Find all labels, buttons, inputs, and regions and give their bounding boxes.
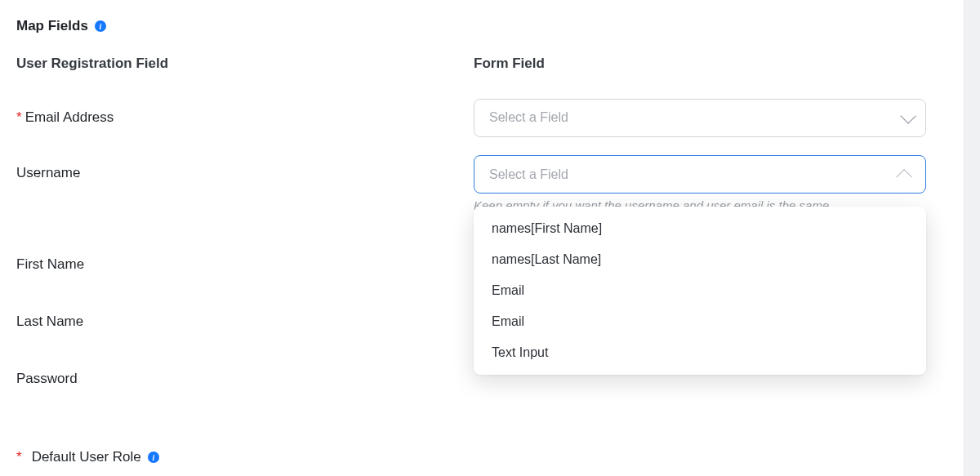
role-section: * Default User Role i Editor Vendor Auth… [16, 449, 947, 476]
required-star: * [16, 449, 22, 465]
dropdown-option[interactable]: Text Input [474, 337, 926, 368]
role-title-text: Default User Role [32, 449, 141, 465]
info-icon[interactable]: i [148, 452, 159, 463]
columns-header: User Registration Field Form Field [16, 56, 947, 72]
column-header-left: User Registration Field [16, 56, 474, 72]
field-label-password: Password [16, 371, 78, 386]
select-placeholder: Select a Field [489, 167, 568, 182]
required-star: * [16, 109, 22, 125]
field-label-username: Username [16, 165, 80, 180]
field-label-email: Email Address [25, 109, 114, 125]
chevron-up-icon [896, 168, 912, 185]
select-email[interactable]: Select a Field [474, 99, 926, 137]
section-title: Map Fields i [16, 18, 947, 34]
field-label-lastname: Last Name [16, 314, 83, 329]
dropdown-option[interactable]: Email [474, 275, 926, 306]
dropdown-panel: names[First Name] names[Last Name] Email… [474, 207, 926, 375]
field-row-username: Username Select a Field Keep empty if yo… [16, 155, 947, 212]
field-label-firstname: First Name [16, 256, 84, 272]
info-icon[interactable]: i [95, 20, 106, 32]
column-header-right: Form Field [474, 56, 947, 72]
field-row-email: *Email Address Select a Field [16, 98, 947, 137]
select-placeholder: Select a Field [489, 110, 568, 125]
section-title-text: Map Fields [16, 18, 88, 34]
role-title: * Default User Role i [16, 449, 947, 465]
chevron-down-icon [900, 108, 916, 124]
dropdown-option[interactable]: names[First Name] [474, 213, 926, 244]
dropdown-option[interactable]: Email [474, 306, 926, 337]
select-username[interactable]: Select a Field [474, 155, 926, 194]
dropdown-option[interactable]: names[Last Name] [474, 244, 926, 275]
right-panel-gutter [964, 0, 980, 476]
